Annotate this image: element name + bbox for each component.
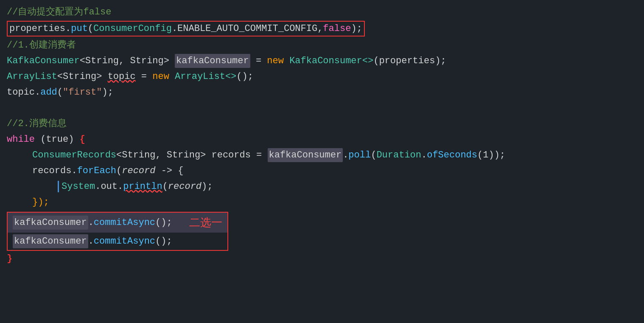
two-choice-label: 二选一 (189, 214, 222, 231)
dot-commit-1: . (88, 216, 94, 230)
open-paren-2: ( (373, 54, 379, 68)
kafka-consumer-class: KafkaConsumer (7, 54, 80, 68)
commit-line-1: kafkaConsumer.commitAsync(); 二选一 (8, 213, 227, 233)
open-paren-4: ( (371, 148, 376, 162)
assign-2: = (136, 70, 153, 84)
var-kafka-consumer-2: kafkaConsumer (268, 148, 343, 162)
var-kafka-consumer: kafkaConsumer (175, 54, 250, 68)
code-block: //自动提交配置为false properties.put(ConsumerCo… (7, 4, 637, 267)
method-commit-async-1: commitAsync (94, 216, 155, 230)
line-close-foreach: }); (7, 194, 637, 210)
line-println: System.out.println(record); (7, 179, 637, 194)
method-of-seconds: ofSeconds (427, 148, 477, 162)
out-var: out (101, 180, 118, 194)
topic-var: topic. (7, 85, 40, 99)
line-while: while (true) { (7, 132, 637, 147)
comma-sep: , (317, 23, 323, 34)
open-paren: ( (88, 23, 93, 34)
generics-2: <String> (57, 70, 108, 84)
close-semi-1: ); (435, 54, 446, 68)
close-semi-2: ); (102, 85, 113, 99)
duration-class: Duration (376, 148, 421, 162)
commit-line-2: kafkaConsumer.commitAsync(); (8, 233, 227, 250)
commit-section: kafkaConsumer.commitAsync(); 二选一 kafkaCo… (7, 212, 228, 251)
line-arraylist: ArrayList<String> topic = new ArrayList<… (7, 69, 637, 84)
method-println: println (123, 180, 162, 194)
line-topic-add: topic.add("first"); (7, 84, 637, 100)
kafka-consumer-class-2: KafkaConsumer<> (284, 54, 373, 68)
method-put: put (71, 23, 88, 34)
line-foreach: records.forEach(record -> { (7, 163, 637, 179)
properties-arg: properties (379, 54, 435, 68)
comment-text-2: //1.创建消费者 (7, 38, 76, 52)
dot-poll: . (343, 148, 348, 162)
records-var: records. (32, 164, 77, 178)
comment-text-1: //自动提交配置为false (7, 5, 111, 19)
consumer-config-class: ConsumerConfig (93, 23, 172, 34)
comment-text-3: //2.消费信息 (7, 117, 67, 131)
dot-println: . (118, 180, 123, 194)
dot-commit-2: . (88, 234, 94, 248)
comment-line-1: //自动提交配置为false (7, 4, 637, 20)
close-foreach-brace: }); (32, 195, 49, 209)
properties-put-prefix: properties. (9, 23, 71, 34)
dot-of: . (421, 148, 427, 162)
new-keyword-1: new (267, 54, 284, 68)
false-keyword: false (323, 23, 351, 34)
line-kafka-consumer: KafkaConsumer<String, String> kafkaConsu… (7, 53, 637, 69)
call-suffix-1: (); (155, 216, 172, 230)
close-semi-3: ); (202, 180, 213, 194)
open-paren-5: ( (116, 164, 122, 178)
line-consumer-records: ConsumerRecords<String, String> records … (7, 147, 637, 163)
method-poll: poll (348, 148, 371, 162)
consumer-records-class: ConsumerRecords (32, 148, 116, 162)
vertical-line (58, 181, 59, 192)
arraylist-class: ArrayList (7, 70, 57, 84)
while-keyword: while (7, 132, 35, 146)
lambda-var: record (122, 164, 155, 178)
call-suffix-2: (); (155, 234, 172, 248)
closing-brace: } (7, 252, 12, 266)
while-cond: (true) (35, 132, 80, 146)
arraylist-class-2: ArrayList<> (169, 70, 236, 84)
generics-1: <String, String> (80, 54, 175, 68)
enable-auto-commit-const: ENABLE_AUTO_COMMIT_CONFIG (177, 23, 317, 34)
lambda-arrow: -> { (155, 164, 183, 178)
method-foreach: forEach (77, 164, 116, 178)
line-properties-put: properties.put(ConsumerConfig.ENABLE_AUT… (7, 21, 365, 37)
arg-1: (1)); (477, 148, 505, 162)
var-topic: topic (108, 70, 136, 84)
call-empty: (); (236, 70, 253, 84)
comment-line-2: //1.创建消费者 (7, 37, 637, 53)
method-commit-async-2: commitAsync (94, 234, 155, 248)
open-paren-3: ( (57, 85, 63, 99)
system-class: System (62, 180, 95, 194)
dot-out: . (95, 180, 101, 194)
kafka-consumer-var-2: kafkaConsumer (13, 234, 88, 248)
open-brace: { (80, 132, 85, 146)
comment-line-3: //2.消费信息 (7, 116, 637, 132)
kafka-consumer-var-1: kafkaConsumer (13, 216, 88, 230)
close-paren-semi: ); (351, 23, 362, 34)
method-add: add (40, 85, 57, 99)
blank-line-1 (7, 100, 637, 116)
generics-3: <String, String> records = (116, 148, 267, 162)
open-paren-6: ( (162, 180, 168, 194)
string-first: "first" (63, 85, 102, 99)
new-keyword-2: new (152, 70, 169, 84)
assign-1: = (250, 54, 267, 68)
line-closing-brace: } (7, 251, 637, 267)
dot-sep: . (172, 23, 177, 34)
record-arg: record (168, 180, 202, 194)
